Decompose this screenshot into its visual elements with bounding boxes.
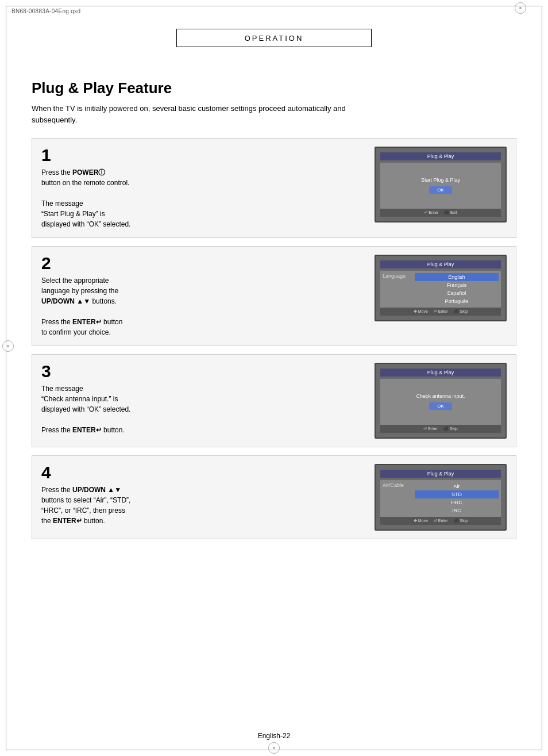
step-number-4: 4 — [41, 464, 363, 481]
tv-ok-button-3[interactable]: OK — [429, 402, 452, 410]
page-title: Plug & Play Feature — [32, 79, 516, 97]
step-text-col-4: 4Press the UP/DOWN ▲▼buttons to select “… — [41, 464, 363, 526]
page-number: English-22 — [258, 732, 291, 740]
tv-body-text-3: Check antenna input. — [416, 393, 465, 399]
tv-aircable-option-3[interactable]: IRC — [415, 506, 499, 515]
tv-title-2: Plug & Play — [380, 260, 501, 268]
step-number-2: 2 — [41, 255, 363, 272]
step-text-col-3: 3The message“Check antenna input.” isdis… — [41, 363, 363, 435]
tv-screen-1: Plug & PlayStart Plug & PlayOK⏎ Enter⬛ E… — [375, 147, 507, 222]
tv-footer-item-2-0: ⏎ Enter — [423, 427, 438, 431]
tv-aircable-label: Air/Cable — [383, 482, 411, 515]
step-instruction-1: Press the POWERⓘbutton on the remote con… — [41, 167, 363, 229]
tv-screen-2: Plug & PlayLanguageEnglishFrançaisEspaño… — [375, 255, 507, 321]
tv-ok-button-1[interactable]: OK — [429, 186, 452, 194]
step-text-col-2: 2Select the appropriatelanguage by press… — [41, 255, 363, 337]
tv-title-1: Plug & Play — [380, 152, 501, 160]
tv-footer-item-1-0: ❖ Move — [414, 309, 428, 314]
step-instruction-3: The message“Check antenna input.” isdisp… — [41, 383, 363, 435]
tv-footer-item-1-2: ⬛ Skip — [454, 309, 468, 314]
tv-lang-list: EnglishFrançaisEspañolPortuguês — [415, 273, 499, 305]
tv-body-text-1: Start Plug & Play — [421, 177, 460, 183]
tv-footer-item-3-0: ❖ Move — [414, 519, 428, 523]
step-number-3: 3 — [41, 363, 363, 380]
intro-text: When the TV is initially powered on, sev… — [32, 103, 376, 125]
tv-screen-4: Plug & PlayAir/CableAirSTDHRCIRC❖ Move⏎ … — [375, 464, 507, 531]
step-number-1: 1 — [41, 147, 363, 164]
tv-footer-2: ❖ Move⏎ Enter⬛ Skip — [380, 308, 501, 316]
tv-aircable-option-2[interactable]: HRC — [415, 498, 499, 506]
tv-aircable-option-0[interactable]: Air — [415, 482, 499, 490]
step-block-1: 1Press the POWERⓘbutton on the remote co… — [32, 138, 516, 238]
header-meta: BN68-00883A-04Eng.qxd — [11, 8, 80, 14]
step-instruction-4: Press the UP/DOWN ▲▼buttons to select “A… — [41, 485, 363, 526]
tv-aircable-option-1[interactable]: STD — [415, 490, 499, 498]
tv-footer-item-0-0: ⏎ Enter — [424, 210, 438, 215]
step-block-4: 4Press the UP/DOWN ▲▼buttons to select “… — [32, 455, 516, 539]
steps-container: 1Press the POWERⓘbutton on the remote co… — [32, 138, 516, 539]
step-block-3: 3The message“Check antenna input.” isdis… — [32, 354, 516, 447]
step-instruction-2: Select the appropriatelanguage by pressi… — [41, 275, 363, 337]
tv-footer-item-3-2: ⬛ Skip — [454, 519, 468, 523]
tv-screen-3: Plug & PlayCheck antenna input.OK⏎ Enter… — [375, 363, 507, 439]
tv-footer-item-1-1: ⏎ Enter — [434, 309, 448, 314]
tv-body-lang: LanguageEnglishFrançaisEspañolPortuguês — [380, 271, 501, 308]
tv-footer-item-3-1: ⏎ Enter — [434, 519, 448, 523]
tv-body-3: Check antenna input.OK — [380, 379, 501, 425]
section-header-title: Operation — [245, 34, 304, 43]
tv-lang-option-2[interactable]: Español — [415, 289, 499, 297]
tv-body-aircable: Air/CableAirSTDHRCIRC — [380, 480, 501, 517]
tv-footer-3: ⏎ Enter⬛ Skip — [380, 425, 501, 433]
step-text-col-1: 1Press the POWERⓘbutton on the remote co… — [41, 147, 363, 229]
tv-lang-option-1[interactable]: Français — [415, 281, 499, 289]
tv-lang-option-3[interactable]: Português — [415, 297, 499, 305]
content-area: Operation Plug & Play Feature When the T… — [32, 29, 516, 547]
page-footer: English-22 — [0, 732, 548, 740]
tv-aircable-list: AirSTDHRCIRC — [415, 482, 499, 515]
tv-lang-option-0[interactable]: English — [415, 273, 499, 281]
tv-body-1: Start Plug & PlayOK — [380, 163, 501, 209]
tv-title-4: Plug & Play — [380, 470, 501, 478]
tv-title-3: Plug & Play — [380, 369, 501, 377]
tv-footer-item-0-1: ⬛ Exit — [444, 210, 457, 215]
tv-footer-4: ❖ Move⏎ Enter⬛ Skip — [380, 517, 501, 525]
section-header-box: Operation — [176, 29, 372, 47]
tv-aircable-container: Air/CableAirSTDHRCIRC — [383, 482, 499, 515]
step-block-2: 2Select the appropriatelanguage by press… — [32, 246, 516, 346]
tv-footer-item-2-1: ⬛ Skip — [443, 427, 458, 431]
tv-lang-label: Language — [383, 273, 411, 305]
tv-footer-1: ⏎ Enter⬛ Exit — [380, 209, 501, 217]
tv-lang-container: LanguageEnglishFrançaisEspañolPortuguês — [383, 273, 499, 305]
section-header-wrap: Operation — [32, 29, 516, 63]
